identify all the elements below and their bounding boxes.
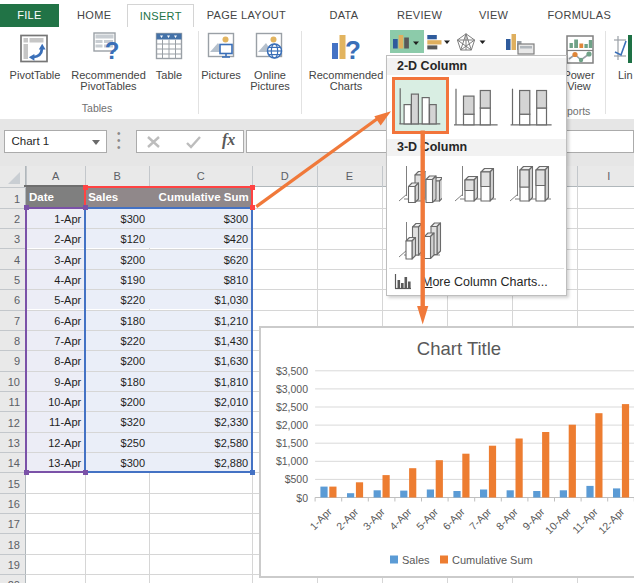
- svg-text:$1,500: $1,500: [276, 437, 308, 449]
- svg-text:Sales: Sales: [402, 554, 430, 566]
- svg-text:?: ?: [105, 37, 120, 62]
- svg-text:$500: $500: [285, 473, 309, 485]
- svg-text:Cumulative Sum: Cumulative Sum: [452, 554, 533, 566]
- svg-text:$1,000: $1,000: [276, 455, 308, 467]
- svg-text:?: ?: [345, 35, 361, 63]
- svg-text:$3,500: $3,500: [276, 365, 308, 377]
- svg-text:$0: $0: [296, 492, 308, 504]
- svg-text:$3,000: $3,000: [276, 383, 308, 395]
- svg-text:Chart Title: Chart Title: [417, 338, 501, 359]
- svg-text:$2,500: $2,500: [276, 401, 308, 413]
- svg-text:$2,000: $2,000: [276, 419, 308, 431]
